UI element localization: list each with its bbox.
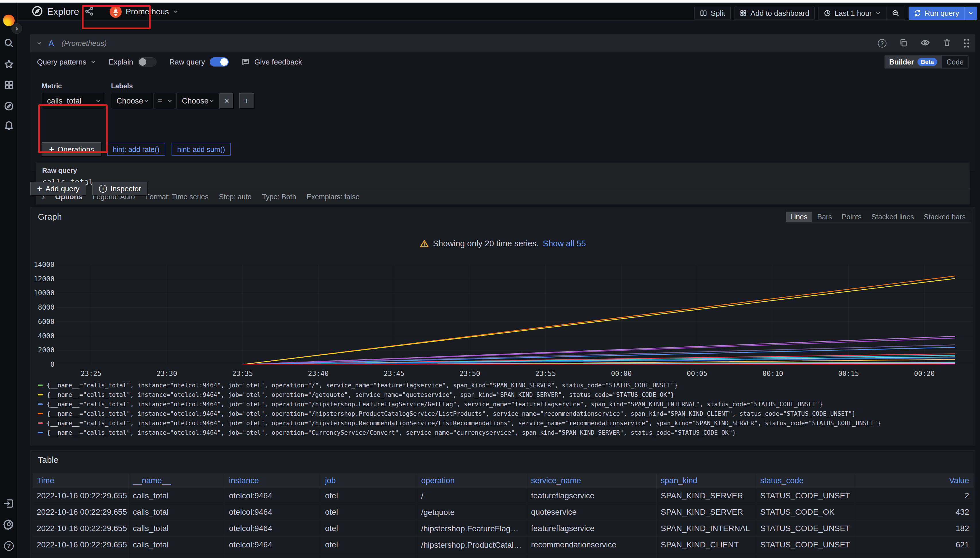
info-icon: i — [99, 185, 107, 193]
x-tick-label: 23:50 — [460, 369, 480, 377]
table-cell: 2022-10-16 00:22:29.655 — [33, 553, 129, 558]
split-button[interactable]: Split — [694, 7, 731, 20]
remove-label-button[interactable]: × — [219, 93, 234, 109]
query-patterns-dropdown[interactable]: Query patterns — [37, 57, 96, 67]
legend-swatch-icon — [38, 432, 43, 433]
table-panel-title: Table — [38, 455, 59, 465]
warning-triangle-icon — [420, 239, 429, 248]
time-series-chart[interactable] — [56, 265, 973, 364]
column-header-time[interactable]: Time — [33, 473, 129, 488]
column-header-job[interactable]: job — [321, 473, 417, 488]
drag-handle-icon[interactable] — [964, 39, 969, 48]
plus-icon: + — [49, 144, 54, 154]
legend-label: {__name__="calls_total", instance="otelc… — [47, 420, 881, 427]
dashboards-icon[interactable] — [0, 80, 18, 90]
add-to-dashboard-button[interactable]: Add to dashboard — [734, 7, 815, 20]
y-tick-label: 14000 — [34, 261, 54, 269]
hide-query-eye-icon[interactable] — [920, 38, 930, 49]
column-header-operation[interactable]: operation — [417, 473, 527, 488]
legend-item[interactable]: {__name__="calls_total", instance="otelc… — [38, 419, 970, 428]
column-header-statuscode[interactable]: status_code — [756, 473, 856, 488]
settings-gear-icon[interactable] — [0, 519, 18, 530]
metric-select[interactable]: calls_total — [41, 93, 105, 109]
table-cell: recommendationservice — [527, 537, 657, 553]
table-cell: /getquote — [417, 504, 527, 520]
query-row-header[interactable]: A (Prometheus) ? — [30, 34, 975, 52]
table-cell: otel — [321, 488, 417, 504]
legend-swatch-icon — [38, 404, 43, 405]
time-range-picker[interactable]: Last 1 hour — [818, 7, 886, 20]
inspector-button[interactable]: i Inspector — [92, 182, 148, 195]
x-tick-label: 00:10 — [763, 369, 783, 377]
zoom-out-time-icon[interactable] — [886, 7, 905, 20]
table-cell: SPAN_KIND_INTERNAL — [657, 520, 756, 537]
graph-panel-title: Graph — [38, 212, 62, 222]
legend-item[interactable]: {__name__="calls_total", instance="otelc… — [38, 381, 970, 390]
share-icon[interactable] — [84, 6, 94, 17]
table-cell: STATUS_CODE_UNSET — [756, 537, 856, 553]
series-limit-warning: Showing only 20 time series. Show all 55 — [30, 239, 975, 248]
column-header-instance[interactable]: instance — [225, 473, 321, 488]
duplicate-query-icon[interactable] — [899, 38, 908, 48]
builder-code-toggle: Builder Beta Code — [885, 55, 968, 69]
table-cell: 2022-10-16 00:22:29.655 — [33, 488, 129, 504]
sign-in-icon[interactable] — [0, 498, 18, 509]
table-cell: /hipstershop.ProductCatalogService/ListP… — [417, 537, 527, 553]
delete-query-trash-icon[interactable] — [943, 38, 951, 48]
legend-item[interactable]: {__name__="calls_total", instance="otelc… — [38, 409, 970, 419]
query-help-icon[interactable]: ? — [878, 39, 886, 48]
search-icon[interactable] — [0, 38, 18, 48]
graph-mode-bars[interactable]: Bars — [812, 212, 836, 222]
label-value-select[interactable]: Choose — [176, 93, 219, 109]
add-query-button[interactable]: + Add query — [30, 182, 86, 195]
legend-swatch-icon — [38, 413, 43, 414]
run-query-dropdown[interactable] — [964, 7, 977, 20]
datasource-picker[interactable]: Prometheus — [105, 3, 183, 20]
sidebar-expand-button[interactable]: › — [12, 23, 22, 34]
graph-mode-stacked-bars[interactable]: Stacked bars — [919, 212, 970, 222]
starred-icon[interactable] — [0, 59, 18, 70]
help-icon[interactable]: ? — [0, 541, 18, 551]
graph-mode-lines[interactable]: Lines — [786, 212, 812, 222]
give-feedback-link[interactable]: Give feedback — [241, 57, 302, 67]
legend-item[interactable]: {__name__="calls_total", instance="otelc… — [38, 428, 970, 437]
options-item-2: Step: auto — [219, 193, 252, 201]
hint-button-1[interactable]: hint: add sum() — [171, 143, 231, 156]
legend-item[interactable]: {__name__="calls_total", instance="otelc… — [38, 399, 970, 409]
table-cell: 2022-10-16 00:22:29.655 — [33, 537, 129, 553]
add-operations-button[interactable]: + Operations — [41, 142, 102, 157]
explain-toggle[interactable] — [138, 57, 157, 67]
show-all-series-link[interactable]: Show all 55 — [543, 239, 586, 248]
x-tick-label: 00:00 — [611, 369, 632, 377]
y-tick-label: 0 — [51, 360, 54, 368]
graph-mode-stacked-lines[interactable]: Stacked lines — [867, 212, 919, 222]
hint-button-0[interactable]: hint: add rate() — [107, 143, 165, 156]
chart-plot-area[interactable] — [56, 265, 973, 364]
label-operator-select[interactable]: = — [154, 93, 176, 109]
tab-code[interactable]: Code — [942, 56, 968, 68]
column-header-spankind[interactable]: span_kind — [657, 473, 756, 488]
column-header-value[interactable]: Value — [856, 473, 973, 488]
run-query-button[interactable]: Run query — [909, 7, 977, 20]
raw-query-toggle[interactable] — [210, 57, 229, 67]
legend-item[interactable]: {__name__="calls_total", instance="otelc… — [38, 390, 970, 399]
table-cell: SPAN_KIND_CLIENT — [657, 537, 756, 553]
label-name-select[interactable]: Choose — [111, 93, 153, 109]
table-cell: calls_total — [129, 488, 225, 504]
explore-compass-badge-icon — [31, 5, 43, 18]
table-cell: otel — [321, 504, 417, 520]
x-tick-label: 23:45 — [384, 369, 404, 377]
query-options-row[interactable]: › Options Legend: AutoFormat: Time serie… — [36, 189, 970, 204]
graph-mode-points[interactable]: Points — [837, 212, 866, 222]
explore-compass-icon[interactable] — [0, 101, 18, 112]
results-table: Time__name__instancejoboperationservice_… — [33, 473, 973, 558]
table-cell: SPAN_KIND_SERVER — [657, 488, 756, 504]
column-header-name[interactable]: __name__ — [129, 473, 225, 488]
column-header-servicename[interactable]: service_name — [527, 473, 657, 488]
table-row: 2022-10-16 00:22:29.655calls_totalotelco… — [33, 504, 973, 520]
beta-badge: Beta — [918, 58, 937, 66]
sidebar: ? — [0, 3, 18, 558]
alerting-bell-icon[interactable] — [0, 120, 18, 130]
tab-builder[interactable]: Builder Beta — [885, 56, 942, 68]
add-label-button[interactable]: + — [239, 93, 255, 109]
